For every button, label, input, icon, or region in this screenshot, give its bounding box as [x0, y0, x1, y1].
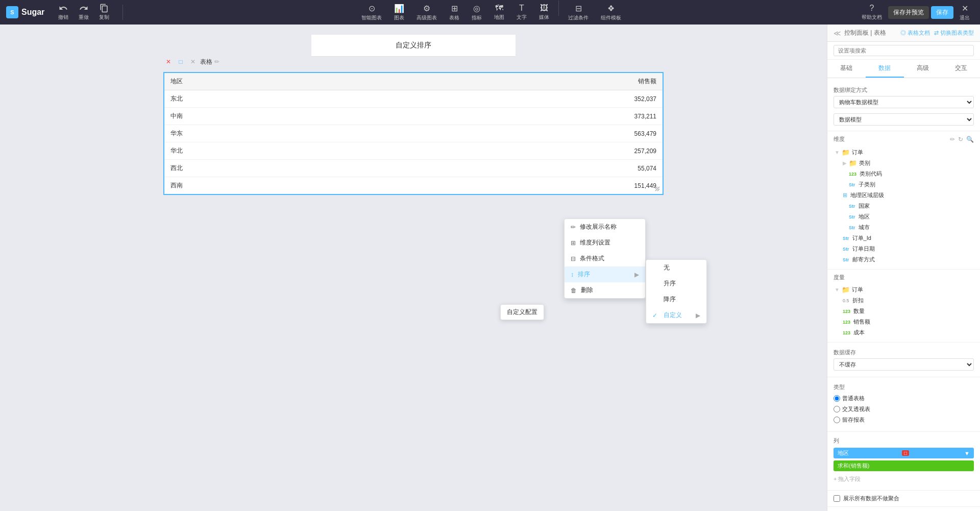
dim-item-quantity[interactable]: 123 数量: [840, 306, 976, 317]
tab-basic[interactable]: 基础: [827, 60, 866, 78]
dim-item-sales[interactable]: 123 销售额: [840, 317, 976, 327]
measures-folder-order[interactable]: ▼ 📁 订单: [831, 284, 976, 295]
sort-submenu: 无 升序 降序 ✓ 自定义 ▶: [646, 259, 707, 324]
tab-interaction[interactable]: 交互: [942, 60, 980, 78]
dim-item-cost[interactable]: 123 成本: [840, 327, 976, 338]
show-all-row: 展示所有数据不做聚合: [827, 493, 980, 504]
save-button[interactable]: 保存: [931, 6, 953, 19]
panel-expand-icon[interactable]: ≪: [834, 29, 841, 37]
type-retention-row: 留存报表: [834, 415, 974, 425]
switch-chart-type[interactable]: ⇄ 切换图表类型: [934, 29, 974, 37]
chart-copy-icon[interactable]: □: [176, 57, 186, 67]
main-layout: 自定义排序 ✕ □ ✕ 表格 ✏ 地区 销售额: [0, 25, 980, 511]
chart-close-icon[interactable]: ✕: [163, 57, 174, 67]
divider-5: [827, 431, 980, 432]
chart-x-icon[interactable]: ✕: [188, 57, 198, 67]
dim-item-order-date[interactable]: Str 订单日期: [840, 244, 976, 254]
bind-type-select[interactable]: 数据模型: [834, 113, 974, 126]
dim-item-geo[interactable]: ⊞ 地理区域层级: [840, 190, 976, 201]
bind-method-select[interactable]: 购物车数据模型: [834, 96, 974, 108]
sort-none[interactable]: 无: [646, 260, 706, 276]
dim-header-label: 维度: [834, 135, 845, 143]
dim-item-order-id[interactable]: Str 订单_Id: [840, 233, 976, 244]
tool-map[interactable]: 🗺 地图: [489, 1, 509, 25]
help-doc-button[interactable]: ? 帮助文档: [857, 2, 886, 23]
col-label: 列: [834, 437, 974, 445]
show-all-checkbox[interactable]: [834, 495, 840, 502]
undo-button[interactable]: 撤销: [55, 2, 71, 23]
logo-icon: S: [6, 6, 18, 18]
panel-search-input[interactable]: [834, 45, 974, 56]
redo-button[interactable]: 重做: [76, 2, 92, 23]
dim-item-sub-category[interactable]: Str 子类别: [846, 179, 976, 190]
tab-data[interactable]: 数据: [866, 60, 904, 78]
col-chip-sales[interactable]: 求和(销售额): [834, 460, 974, 471]
dim-tree: ▼ 📁 订单 ▶ 📁 类别 123 类别代码: [827, 145, 980, 267]
tool-filter-condition[interactable]: ⊟ 过滤条件: [563, 1, 594, 25]
col-chip-region[interactable]: 地区 □ ▼: [834, 448, 974, 458]
dropdown-item-delete[interactable]: 🗑 删除: [565, 282, 645, 298]
type-retention-radio[interactable]: [834, 417, 840, 423]
measures-label: 度量: [834, 274, 845, 280]
chart-wrapper: 地区 销售额 东北352,037中南373,211华东563,479华北257,…: [163, 72, 664, 195]
table-row: 华北257,209: [164, 142, 663, 160]
chart-edit-icon[interactable]: ✏: [214, 58, 219, 65]
dim-item-shipping[interactable]: Str 邮寄方式: [840, 254, 976, 265]
dim-item-discount[interactable]: 0.5 折扣: [840, 295, 976, 306]
tool-table[interactable]: ⊞ 表格: [444, 1, 464, 25]
col-section: 列 地区 □ ▼ 求和(销售额) +: [827, 434, 980, 488]
type-normal-radio[interactable]: [834, 395, 840, 402]
tool-text[interactable]: T 文字: [511, 1, 532, 25]
app-name: Sugar: [21, 8, 44, 17]
topbar-divider-1: [122, 5, 123, 20]
dim-item-category-code[interactable]: 123 类别代码: [846, 168, 976, 179]
dim-refresh-icon[interactable]: ↻: [958, 136, 963, 143]
measures-header: 度量: [827, 272, 980, 282]
col-chip-region-more[interactable]: ▼: [964, 450, 970, 456]
bind-type-section: 数据模型: [827, 112, 980, 129]
dim-edit-icon[interactable]: ✏: [950, 136, 955, 143]
dim-item-city[interactable]: Str 城市: [846, 222, 976, 233]
sort-desc[interactable]: 降序: [646, 291, 706, 307]
save-preview-button[interactable]: 保存并预览: [888, 6, 929, 19]
panel-content: 数据绑定方式 购物车数据模型 数据模型 维度 ✏ ↻: [827, 78, 980, 511]
exit-button[interactable]: ✕ 退出: [955, 2, 974, 23]
tool-indicator[interactable]: ◎ 指标: [467, 1, 487, 25]
tool-chart[interactable]: 📊 图表: [389, 1, 409, 25]
table-header-region: 地区: [164, 73, 372, 90]
tool-media[interactable]: 🖼 媒体: [534, 1, 554, 25]
dim-item-region[interactable]: Str 地区: [846, 211, 976, 222]
dim-search-icon[interactable]: 🔍: [966, 136, 974, 143]
add-field-btn[interactable]: + 拖入字段: [834, 473, 974, 485]
sort-custom[interactable]: ✓ 自定义 ▶: [646, 307, 706, 323]
delete-icon: 🗑: [571, 287, 577, 294]
format-icon: ⊟: [571, 255, 576, 262]
type-pivot-radio[interactable]: [834, 406, 840, 412]
dim-folder-category[interactable]: ▶ 📁 类别: [840, 158, 976, 168]
custom-config-popup: 自定义配置: [500, 304, 544, 320]
canvas-area: 自定义排序 ✕ □ ✕ 表格 ✏ 地区 销售额: [0, 25, 827, 511]
measures-folder-icon: 📁: [842, 286, 850, 294]
cache-select[interactable]: 不缓存: [834, 358, 974, 371]
doc-link[interactable]: ◎ 表格文档: [900, 29, 930, 37]
topbar-tools: ⊙ 智能图表 📊 图表 ⚙ 高级图表 ⊞ 表格 ◎ 指标 🗺 地图 T 文字 🖼: [133, 1, 849, 25]
tool-advanced-chart[interactable]: ⚙ 高级图表: [411, 1, 442, 25]
divider-3: [827, 342, 980, 343]
dim-folder-order[interactable]: ▼ 📁 订单: [831, 147, 976, 158]
dim-header-row: 维度 ✏ ↻ 🔍: [827, 133, 980, 145]
col-chip-region-badge: □: [902, 450, 909, 456]
tool-smart-chart[interactable]: ⊙ 智能图表: [356, 1, 387, 25]
type-retention-label: 留存报表: [842, 416, 865, 424]
dim-item-country[interactable]: Str 国家: [846, 201, 976, 211]
dropdown-item-rename[interactable]: ✏ 修改展示名称: [565, 219, 645, 235]
tool-component-template[interactable]: ❖ 组件模板: [596, 1, 626, 25]
dropdown-item-dim-settings[interactable]: ⊞ 维度列设置: [565, 235, 645, 251]
sort-asc[interactable]: 升序: [646, 276, 706, 291]
edit-icon: ✏: [571, 224, 576, 231]
dropdown-item-sort[interactable]: ↕ 排序 ▶: [565, 266, 645, 282]
copy-button[interactable]: 复制: [96, 2, 112, 23]
resize-handle[interactable]: [654, 186, 660, 192]
topbar-divider-2: [558, 1, 559, 16]
tab-advanced[interactable]: 高级: [904, 60, 942, 78]
dropdown-item-conditional-format[interactable]: ⊟ 条件格式: [565, 251, 645, 266]
